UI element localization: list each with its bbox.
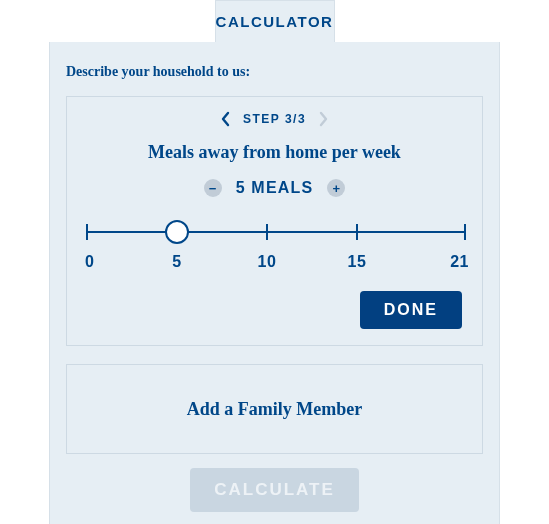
tab-calculator[interactable]: CALCULATOR: [215, 0, 335, 42]
tab-label: CALCULATOR: [216, 13, 334, 30]
add-family-member-label: Add a Family Member: [187, 399, 362, 420]
chevron-left-icon[interactable]: [219, 110, 233, 128]
intro-text: Describe your household to us:: [66, 64, 483, 80]
step-question: Meals away from home per week: [87, 142, 462, 163]
step-card: STEP 3/3 Meals away from home per week −…: [66, 96, 483, 346]
value-display: 5 MEALS: [236, 179, 314, 197]
slider-tick: [86, 224, 88, 240]
calculate-button[interactable]: CALCULATE: [190, 468, 359, 512]
slider-mark-label: 15: [348, 253, 367, 271]
minus-icon: −: [209, 182, 217, 195]
step-navigation: STEP 3/3: [87, 110, 462, 128]
slider-tick: [464, 224, 466, 240]
plus-icon: +: [333, 182, 341, 195]
increment-button[interactable]: +: [327, 179, 345, 197]
slider-thumb[interactable]: [165, 220, 189, 244]
slider-tick: [356, 224, 358, 240]
chevron-right-icon[interactable]: [316, 110, 330, 128]
step-indicator: STEP 3/3: [243, 112, 306, 126]
slider-mark-label: 0: [85, 253, 94, 271]
slider-mark-label: 5: [172, 253, 181, 271]
add-family-member-button[interactable]: Add a Family Member: [66, 364, 483, 454]
slider-tick: [266, 224, 268, 240]
done-label: DONE: [384, 301, 438, 318]
slider-track: [88, 231, 464, 233]
slider-mark-label: 10: [258, 253, 277, 271]
meals-slider[interactable]: 0 5 10 15 21: [87, 219, 465, 279]
calculate-label: CALCULATE: [214, 480, 335, 499]
slider-mark-label: 21: [450, 253, 469, 271]
done-button[interactable]: DONE: [360, 291, 462, 329]
decrement-button[interactable]: −: [204, 179, 222, 197]
calculator-panel: Describe your household to us: STEP 3/3 …: [49, 42, 500, 524]
